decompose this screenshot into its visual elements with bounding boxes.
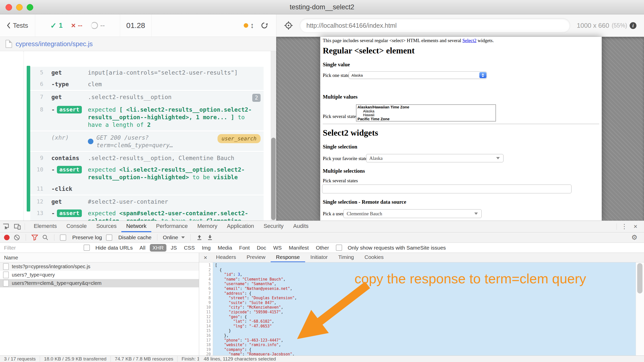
chip-css[interactable]: CSS <box>181 244 197 252</box>
route-alias-badge: user_search <box>218 134 261 143</box>
detail-tab-preview[interactable]: Preview <box>241 253 271 262</box>
spec-file-bar[interactable]: cypress/integration/spec.js <box>0 37 276 51</box>
assert-message: expected <li.select2-results__option.sel… <box>88 166 261 181</box>
xhr-request-text: GET 200 /users?term=clem&_type=query… <box>96 134 215 149</box>
detail-tab-cookies[interactable]: Cookies <box>359 253 389 262</box>
throttling-select[interactable]: Online <box>163 234 185 240</box>
detail-tab-initiator[interactable]: Initiator <box>305 253 333 262</box>
favorite-state-select2[interactable]: Alaska <box>366 154 504 162</box>
command-row[interactable]: 10-assertexpected <li.select2-results__o… <box>30 164 264 183</box>
x-icon: × <box>71 21 76 30</box>
status-segment: 3 / 17 requests <box>0 356 40 362</box>
command-row[interactable]: 13-assertexpected <span#select2-user-con… <box>30 207 264 221</box>
line-number: 8 <box>199 296 211 300</box>
devtools-menu-icon[interactable]: ⋮ <box>619 223 629 230</box>
devtools-tab-audits[interactable]: Audits <box>288 221 313 232</box>
chip-ws[interactable]: WS <box>270 244 284 252</box>
selector-playground-icon[interactable] <box>284 21 293 30</box>
listbox-option[interactable]: Hawaii <box>356 113 495 117</box>
chip-xhr[interactable]: XHR <box>150 244 166 252</box>
disable-cache-checkbox[interactable] <box>106 234 112 241</box>
filter-input[interactable]: Filter <box>0 243 80 253</box>
preserve-log-checkbox[interactable] <box>60 234 66 241</box>
gear-icon[interactable]: ⚙ <box>631 233 640 242</box>
json-number: 3 <box>238 272 240 277</box>
user-select2[interactable]: Clementine Bauch <box>343 209 482 218</box>
samesite-label: Only show requests with SameSite issues <box>348 245 446 251</box>
refresh-icon[interactable] <box>261 22 268 29</box>
request-name: tests?p=cypress/integration/spec.js <box>12 264 90 269</box>
chip-font[interactable]: Font <box>236 244 253 252</box>
close-detail-icon[interactable]: × <box>200 254 211 261</box>
record-icon[interactable] <box>4 235 10 240</box>
command-row[interactable]: 9contains.select2-results__option, Cleme… <box>30 152 264 164</box>
devtools-close-icon[interactable]: × <box>630 223 640 230</box>
hide-data-urls-checkbox[interactable] <box>84 245 90 251</box>
test-passed-bar <box>27 66 30 212</box>
filter-icon[interactable] <box>31 234 38 240</box>
network-main: Name tests?p=cypress/integration/spec.js… <box>0 253 644 355</box>
devtools-tab-security[interactable]: Security <box>259 221 288 232</box>
state-select[interactable]: Alaska <box>349 71 487 79</box>
inspect-element-icon[interactable] <box>0 221 12 232</box>
request-row[interactable]: users?term=clem&_type=query&q=clem <box>0 279 199 287</box>
import-har-icon[interactable] <box>196 234 203 241</box>
command-row[interactable]: (xhr)GET 200 /users?term=clem&_type=quer… <box>30 132 264 151</box>
dash: - <box>51 106 55 113</box>
reporter-scrollbar[interactable] <box>271 51 276 221</box>
multi-select2-input[interactable] <box>322 185 571 193</box>
chip-doc[interactable]: Doc <box>254 244 269 252</box>
command-row[interactable]: 12get#select2-user-container <box>30 196 264 207</box>
command-row[interactable]: 11-click <box>30 183 264 195</box>
network-toolbar: Preserve log Disable cache Online ⚙ <box>0 232 644 243</box>
devtools-tab-memory[interactable]: Memory <box>193 221 222 232</box>
states-listbox[interactable]: Alaskan/Hawaiian Time ZoneAlaskaHawaiiPa… <box>356 104 496 122</box>
detail-tabs: ×HeadersPreviewResponseInitiatorTimingCo… <box>199 253 644 262</box>
json-string: "phone" <box>224 338 240 343</box>
response-scrollbar-thumb[interactable] <box>637 263 642 293</box>
devtools-tab-elements[interactable]: Elements <box>29 221 62 232</box>
devtools-tab-application[interactable]: Application <box>222 221 259 232</box>
chip-all[interactable]: All <box>137 244 148 252</box>
command-number: 11 <box>30 185 43 193</box>
detail-tab-timing[interactable]: Timing <box>333 253 359 262</box>
command-row[interactable]: 6-typeclem <box>30 78 264 90</box>
devtools-tab-sources[interactable]: Sources <box>91 221 121 232</box>
chip-media[interactable]: Media <box>215 244 235 252</box>
chip-img[interactable]: Img <box>199 244 213 252</box>
devtools-tab-performance[interactable]: Performance <box>151 221 193 232</box>
devtools-tab-console[interactable]: Console <box>62 221 92 232</box>
export-har-icon[interactable] <box>207 234 213 241</box>
command-row[interactable]: 7get.select2-results__option2 <box>30 91 264 104</box>
reporter-scrollbar-thumb[interactable] <box>271 138 276 220</box>
auto-scroll-toggle[interactable]: ↕ <box>244 21 254 30</box>
clear-icon[interactable] <box>14 234 20 241</box>
command-row[interactable]: 8-assertexpected [ <li.select2-results__… <box>30 104 264 131</box>
xhr-label: (xhr) <box>51 134 88 141</box>
request-row[interactable]: tests?p=cypress/integration/spec.js <box>0 262 199 271</box>
selection-summary: 48 lines, 1129 characters selected <box>199 356 276 362</box>
code-line: "company": { <box>215 347 636 352</box>
detail-tab-headers[interactable]: Headers <box>211 253 241 262</box>
listbox-optgroup: Alaskan/Hawaiian Time Zone <box>356 105 495 109</box>
search-icon[interactable] <box>42 234 49 241</box>
response-scrollbar[interactable] <box>636 262 644 355</box>
name-column-header[interactable]: Name <box>0 253 199 262</box>
url-bar[interactable]: http://localhost:64166/index.html <box>300 18 570 33</box>
detail-tab-response[interactable]: Response <box>271 253 305 262</box>
line-number: 7 <box>199 291 211 296</box>
back-to-tests-button[interactable]: Tests <box>0 14 35 37</box>
device-toolbar-icon[interactable] <box>12 221 23 232</box>
listbox-option[interactable]: Alaska <box>356 109 495 113</box>
line-number: 6 <box>199 286 211 291</box>
multiple-selections-heading: Multiple selections <box>323 168 365 174</box>
samesite-checkbox[interactable] <box>336 245 342 251</box>
info-icon[interactable]: i <box>630 22 636 29</box>
chip-manifest[interactable]: Manifest <box>286 244 311 252</box>
chip-other[interactable]: Other <box>313 244 332 252</box>
command-row[interactable]: 5getinput[aria-controls="select2-user-re… <box>30 67 264 78</box>
select2-link[interactable]: Select2 <box>462 38 477 43</box>
devtools-tab-network[interactable]: Network <box>121 221 151 232</box>
request-row[interactable]: users?_type=query <box>0 271 199 279</box>
chip-js[interactable]: JS <box>168 244 180 252</box>
